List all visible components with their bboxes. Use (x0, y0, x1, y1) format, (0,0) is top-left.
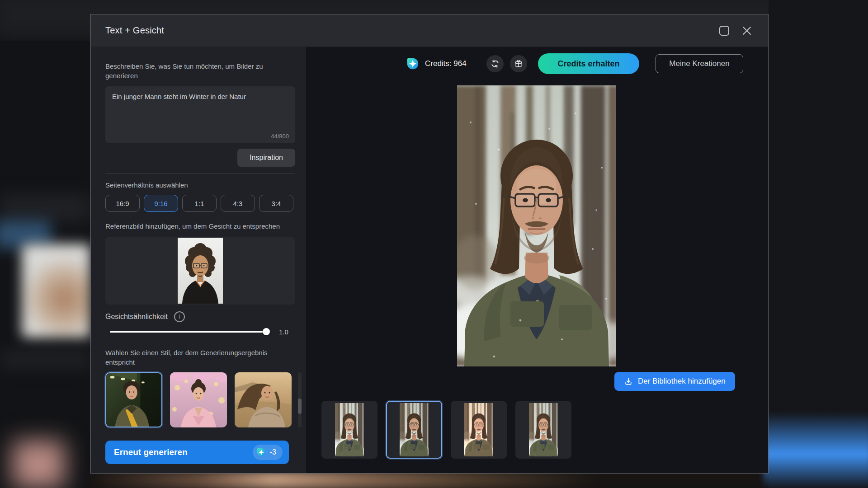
dialog-titlebar: Text + Gesicht (91, 14, 768, 47)
refresh-icon (491, 59, 500, 68)
char-counter: 44/800 (271, 133, 289, 140)
gift-icon (514, 59, 523, 68)
close-icon[interactable] (741, 25, 753, 37)
inspiration-button[interactable]: Inspiration (237, 149, 295, 167)
credits-group: Credits: 964 (406, 57, 467, 70)
section-divider (105, 173, 295, 174)
window-controls (719, 25, 753, 37)
style-row (105, 372, 295, 427)
aspect-ratio-group: 16:9 9:16 1:1 4:3 3:4 (105, 195, 295, 212)
inspiration-row: Inspiration (105, 149, 295, 167)
similarity-row: Gesichtsähnlichkeit i (105, 310, 295, 323)
style-option-2[interactable] (170, 372, 227, 427)
text-face-dialog: Text + Gesicht Beschreiben Sie, was Sie … (90, 14, 769, 474)
result-thumbnail-4[interactable] (515, 401, 571, 459)
similarity-value: 1.0 (279, 328, 288, 336)
style-label: Wählen Sie einen Stil, der dem Generieru… (105, 348, 295, 367)
info-icon[interactable]: i (174, 311, 185, 322)
aspect-option-1-1[interactable]: 1:1 (182, 195, 217, 212)
backdrop-row-blur (0, 194, 90, 221)
slider-track (110, 331, 269, 333)
add-to-library-label: Der Bibliothek hinzufügen (638, 377, 726, 386)
prompt-input[interactable]: Ein junger Mann steht im Winter in der N… (105, 86, 295, 143)
aspect-option-3-4[interactable]: 3:4 (259, 195, 293, 212)
dialog-body: Beschreiben Sie, was Sie tun möchten, um… (91, 47, 768, 473)
result-thumbnail-2-selected[interactable] (386, 401, 442, 459)
get-credits-button[interactable]: Credits erhalten (538, 53, 639, 74)
result-thumbnails (321, 401, 571, 459)
credits-cost-chip: -3 (253, 445, 283, 460)
style-scrollbar[interactable] (298, 372, 302, 427)
backdrop-pink-blob-blur (13, 441, 65, 488)
generated-image-main[interactable] (457, 85, 616, 366)
dialog-title: Text + Gesicht (105, 25, 164, 36)
prompt-value: Ein junger Mann steht im Winter in der N… (105, 86, 295, 107)
style-option-1[interactable] (105, 372, 162, 427)
similarity-slider-row: 1.0 (105, 328, 295, 335)
regenerate-label: Erneut generieren (114, 447, 188, 457)
backdrop-row-blur-2 (0, 348, 90, 371)
similarity-label: Gesichtsähnlichkeit (105, 313, 168, 321)
similarity-slider[interactable] (110, 328, 269, 335)
aspect-option-4-3[interactable]: 4:3 (221, 195, 255, 212)
reference-label: Referenzbild hinzufügen, um dem Gesicht … (105, 221, 295, 231)
maximize-icon[interactable] (719, 26, 729, 36)
style-option-3[interactable] (235, 372, 292, 427)
reference-portrait-image (178, 238, 223, 304)
refresh-credits-button[interactable] (486, 55, 504, 72)
style-image-blossom (170, 372, 227, 427)
credits-balance: Credits: 964 (425, 59, 467, 68)
regenerate-cost: -3 (270, 448, 276, 456)
style-image-desert (235, 372, 292, 427)
my-creations-button[interactable]: Meine Kreationen (656, 54, 743, 73)
credits-icon (256, 447, 266, 457)
regenerate-button[interactable]: Erneut generieren -3 (105, 441, 289, 464)
backdrop-portrait-card-blur (22, 244, 90, 338)
download-icon (624, 377, 633, 386)
style-scrollbar-thumb[interactable] (298, 399, 302, 414)
backdrop-blue-glow (763, 412, 868, 488)
prompt-label: Beschreiben Sie, was Sie tun möchten, um… (105, 61, 295, 80)
style-image-industrial (106, 373, 161, 427)
aspect-ratio-label: Seitenverhältnis auswählen (105, 180, 295, 190)
result-thumbnail-1[interactable] (321, 401, 377, 459)
result-thumbnail-3[interactable] (451, 401, 507, 459)
settings-panel: Beschreiben Sie, was Sie tun möchten, um… (91, 47, 306, 473)
add-to-library-button[interactable]: Der Bibliothek hinzufügen (614, 372, 735, 391)
credits-icon (406, 57, 420, 70)
reference-image-panel[interactable] (105, 237, 295, 305)
aspect-option-9-16[interactable]: 9:16 (144, 195, 178, 212)
gift-button[interactable] (510, 55, 527, 72)
slider-knob[interactable] (263, 328, 270, 335)
credits-header: Credits: 964 (306, 53, 768, 74)
result-panel: Credits: 964 (306, 47, 768, 473)
aspect-option-16-9[interactable]: 16:9 (105, 195, 140, 212)
